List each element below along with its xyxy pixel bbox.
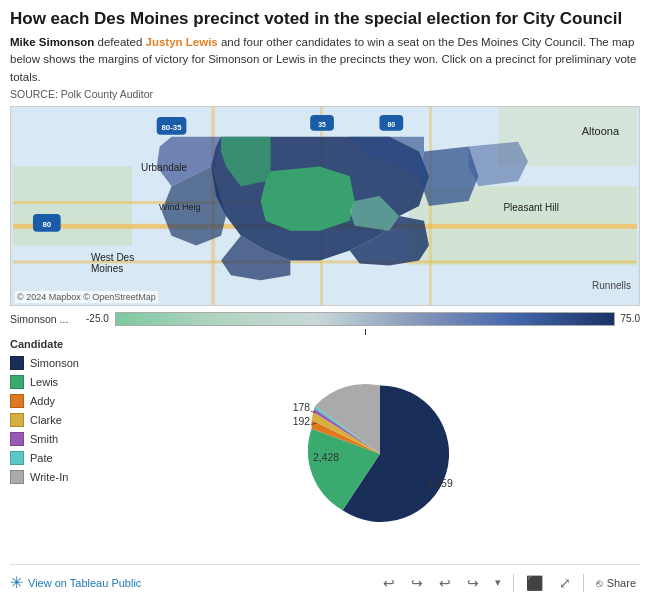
color-addy [10, 394, 24, 408]
share-button[interactable]: ⎋ Share [592, 575, 640, 591]
subtitle-part1: defeated [94, 36, 145, 48]
redo-button[interactable]: ↪ [407, 573, 427, 593]
color-simonson [10, 356, 24, 370]
tableau-public-link[interactable]: ✳ View on Tableau Public [10, 573, 141, 592]
color-lewis [10, 375, 24, 389]
pie-label-addy: 192 [293, 416, 311, 427]
share-icon: ⎋ [596, 577, 603, 589]
place-altoona: Altoona [582, 125, 619, 137]
pie-chart-area: 192 178 2,428 4,259 [120, 334, 640, 564]
forward-button[interactable]: ↪ [463, 573, 483, 593]
source-text: SOURCE: Polk County Auditor [10, 88, 640, 100]
place-westdesmoines: West DesMoines [91, 252, 134, 274]
candidate-item-pate: Pate [10, 451, 120, 465]
footer-divider-2 [583, 574, 584, 592]
more-actions-button[interactable]: ▾ [491, 574, 505, 591]
candidate-item-smith: Smith [10, 432, 120, 446]
screen-size-button[interactable]: ⬛ [522, 573, 547, 593]
svg-rect-1 [13, 166, 132, 245]
candidate-name-simonson: Simonson [30, 357, 79, 369]
name-justyn: Justyn Lewis [146, 36, 218, 48]
page-title: How each Des Moines precinct voted in th… [10, 8, 640, 30]
legend-max: 75.0 [621, 313, 640, 324]
gradient-bar [115, 312, 615, 326]
footer-divider [513, 574, 514, 592]
svg-text:35: 35 [318, 121, 326, 128]
svg-text:80-35: 80-35 [161, 123, 182, 132]
candidate-item-clarke: Clarke [10, 413, 120, 427]
svg-text:80: 80 [387, 121, 395, 128]
place-windheights: Wind Heig [159, 202, 201, 212]
main-container: How each Des Moines precinct voted in th… [0, 0, 650, 600]
candidate-item-lewis: Lewis [10, 375, 120, 389]
footer-controls: ↩ ↪ ↩ ↪ ▾ ⬛ ⤢ ⎋ Share [379, 573, 640, 593]
legend-min: -25.0 [86, 313, 109, 324]
map-container: 80-35 35 80 80 Altoon [10, 106, 640, 306]
candidate-item-writein: Write-In [10, 470, 120, 484]
candidate-item-addy: Addy [10, 394, 120, 408]
tableau-icon: ✳ [10, 573, 23, 592]
candidate-name-addy: Addy [30, 395, 55, 407]
name-mike: Mike Simonson [10, 36, 94, 48]
pie-label-clarke: 178 [293, 402, 311, 413]
pie-label-lewis: 2,428 [313, 452, 339, 463]
tableau-link-label: View on Tableau Public [28, 577, 141, 589]
pie-chart: 192 178 2,428 4,259 [265, 359, 495, 539]
svg-rect-9 [429, 107, 432, 305]
footer-left: ✳ View on Tableau Public [10, 573, 141, 592]
color-smith [10, 432, 24, 446]
undo-button[interactable]: ↩ [379, 573, 399, 593]
svg-text:80: 80 [42, 220, 51, 229]
place-urbandale: Urbandale [141, 162, 187, 173]
footer-bar: ✳ View on Tableau Public ↩ ↪ ↩ ↪ ▾ ⬛ ⤢ [10, 564, 640, 600]
legend-label: Simonson ... [10, 313, 80, 325]
share-label: Share [607, 577, 636, 589]
candidate-name-pate: Pate [30, 452, 53, 464]
candidate-item-simonson: Simonson [10, 356, 120, 370]
color-pate [10, 451, 24, 465]
back-button[interactable]: ↩ [435, 573, 455, 593]
color-writein [10, 470, 24, 484]
color-clarke [10, 413, 24, 427]
candidate-name-writein: Write-In [30, 471, 68, 483]
candidate-name-smith: Smith [30, 433, 58, 445]
map-copyright: © 2024 Mapbox © OpenStreetMap [15, 291, 158, 303]
subtitle-text: Mike Simonson defeated Justyn Lewis and … [10, 34, 640, 86]
pie-label-simonson: 4,259 [427, 478, 453, 489]
legend-bar-section: Simonson ... -25.0 75.0 [10, 312, 640, 326]
bottom-section: Candidate Simonson Lewis Addy Clarke Smi… [10, 334, 640, 564]
place-runnells: Runnells [592, 280, 631, 291]
candidate-name-clarke: Clarke [30, 414, 62, 426]
place-pleasanthill: Pleasant Hill [503, 202, 559, 213]
candidate-name-lewis: Lewis [30, 376, 58, 388]
svg-marker-19 [261, 166, 355, 230]
candidate-legend: Candidate Simonson Lewis Addy Clarke Smi… [10, 334, 120, 564]
candidate-legend-title: Candidate [10, 338, 120, 350]
fullscreen-button[interactable]: ⤢ [555, 573, 575, 593]
